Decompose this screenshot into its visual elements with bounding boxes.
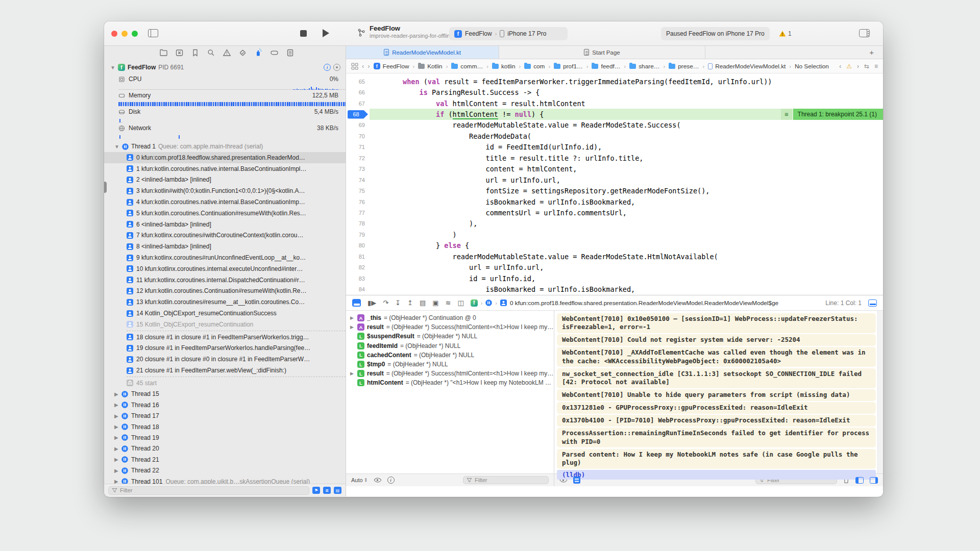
variable-row[interactable]: ▶Lresult= (ObjHeader *) Success(htmlCont… bbox=[346, 369, 554, 378]
close-window-button[interactable] bbox=[111, 31, 117, 37]
prev-issue-icon[interactable]: ‹ bbox=[839, 63, 841, 70]
stack-frame-row[interactable]: 18 closure #1 in closure #1 in FeedItemP… bbox=[104, 332, 346, 343]
variable-row[interactable]: LhtmlContent= (ObjHeader *) "<h1>How I k… bbox=[346, 378, 554, 387]
breadcrumb-item[interactable]: No Selection bbox=[795, 63, 829, 70]
thread-row[interactable]: ▶Thread 16 bbox=[104, 399, 346, 410]
thread-row[interactable]: ▶Thread 15 bbox=[104, 389, 346, 399]
console-message[interactable]: WebContent[7010] Unable to hide query pa… bbox=[557, 389, 876, 401]
stop-button[interactable] bbox=[300, 30, 307, 37]
console-output[interactable]: WebContent[7010] 0x10e050100 – [sessionI… bbox=[554, 311, 883, 473]
step-into-icon[interactable]: ↧ bbox=[395, 299, 401, 307]
line-gutter[interactable]: 73 bbox=[346, 166, 370, 172]
variable-row[interactable]: L$tmp0= (ObjHeader *) NULL bbox=[346, 360, 554, 369]
memory-graph-icon[interactable]: ▣ bbox=[432, 299, 438, 307]
cpu-gauge[interactable]: CPU 0% bbox=[104, 73, 346, 90]
stack-frame-row[interactable]: 8 <inlined-lambda> [inlined] bbox=[104, 241, 346, 252]
console-message[interactable]: WebContent[7010] Could not register syst… bbox=[557, 334, 876, 346]
process-row[interactable]: ▼ f FeedFlow PID 6691 i bbox=[104, 61, 346, 73]
code-line[interactable]: 68 if (htmlContent != null) {≡Thread 1: … bbox=[346, 109, 883, 119]
line-gutter[interactable]: 74 bbox=[346, 177, 370, 183]
stack-frame-row[interactable]: 10 kfun:kotlinx.coroutines.internal.exec… bbox=[104, 263, 346, 274]
disclosure-chevron-icon[interactable]: ▶ bbox=[114, 479, 118, 484]
code-line[interactable]: 81 readerModeMutableState.value = Reader… bbox=[346, 251, 883, 262]
current-frame-label[interactable]: 0 kfun:com.prof18.feedflow.shared.presen… bbox=[510, 299, 778, 307]
console-panel-toggle-icon[interactable] bbox=[870, 477, 878, 484]
breakpoint-annotation[interactable]: ≡Thread 1: breakpoint 25.1 (1) bbox=[781, 109, 883, 119]
code-line[interactable]: 72 title = result.title ?: urlInfo.title… bbox=[346, 153, 883, 163]
show-running-blocks-icon[interactable]: ≣ bbox=[323, 487, 331, 494]
variable-row[interactable]: ▶Aresult= (ObjHeader *) Success(htmlCont… bbox=[346, 322, 554, 332]
menu-icon[interactable]: ≡ bbox=[781, 109, 792, 119]
code-line[interactable]: 71 id = FeedItemId(urlInfo.id), bbox=[346, 142, 883, 153]
stack-frame-row[interactable]: 1 kfun:kotlin.coroutines.native.internal… bbox=[104, 163, 346, 174]
code-line[interactable]: 74 url = urlInfo.url, bbox=[346, 174, 883, 185]
add-tab-button[interactable]: + bbox=[869, 48, 874, 57]
line-gutter[interactable]: 78 bbox=[346, 220, 370, 227]
run-destination[interactable]: iPhone 17 Pro bbox=[507, 30, 546, 37]
stack-frame-row[interactable]: 20 closure #1 in closure #0 in closure #… bbox=[104, 354, 346, 365]
disclosure-chevron-icon[interactable]: ▶ bbox=[114, 468, 118, 473]
line-gutter[interactable]: 77 bbox=[346, 210, 370, 216]
console-message[interactable]: nw_socket_set_connection_idle [C31.1.1:3… bbox=[557, 368, 876, 388]
breakpoint-navigator-icon[interactable] bbox=[175, 48, 184, 57]
line-gutter[interactable]: 65 bbox=[346, 79, 370, 85]
issue-navigator-icon[interactable] bbox=[223, 48, 231, 57]
profile-icon[interactable] bbox=[333, 64, 340, 71]
code-line[interactable]: 80 } else { bbox=[346, 240, 883, 251]
line-gutter[interactable]: 72 bbox=[346, 155, 370, 161]
related-items-icon[interactable] bbox=[351, 63, 358, 70]
source-editor[interactable]: 65 when (val result = feedItemParserWork… bbox=[346, 73, 883, 295]
print-description-icon[interactable]: i bbox=[387, 477, 395, 484]
line-gutter[interactable]: 69 bbox=[346, 122, 370, 128]
disclosure-chevron-icon[interactable]: ▼ bbox=[110, 65, 115, 70]
tab-readermodeviewmodel[interactable]: ReaderModeViewModel.kt bbox=[346, 46, 499, 59]
line-gutter[interactable]: 68 bbox=[346, 110, 370, 119]
line-gutter[interactable]: 66 bbox=[346, 89, 370, 95]
line-gutter[interactable]: 84 bbox=[346, 286, 370, 292]
info-icon[interactable]: i bbox=[324, 64, 331, 71]
variable-row[interactable]: LcachedContent= (ObjHeader *) NULL bbox=[346, 350, 554, 360]
code-line[interactable]: 70 ReaderModeData( bbox=[346, 131, 883, 141]
console-toggle-icon[interactable] bbox=[868, 299, 877, 307]
thread-row[interactable]: ▶Thread 22 bbox=[104, 465, 346, 475]
inspector-toggle-icon[interactable] bbox=[859, 29, 870, 37]
compact-view-icon[interactable]: ▤ bbox=[334, 487, 341, 494]
warning-badge[interactable]: 1 bbox=[779, 30, 792, 37]
scheme-name[interactable]: FeedFlow bbox=[465, 30, 492, 37]
thread-row[interactable]: ▶Thread 17 bbox=[104, 411, 346, 421]
thread-row[interactable]: ▶Thread 20 bbox=[104, 443, 346, 454]
stack-frame-row[interactable]: 7 kfun:kotlinx.coroutines#withCoroutineC… bbox=[104, 230, 346, 241]
disclosure-chevron-icon[interactable]: ▶ bbox=[114, 402, 118, 408]
line-gutter[interactable]: 83 bbox=[346, 276, 370, 282]
continue-execution-icon[interactable]: ▮▶ bbox=[368, 299, 376, 307]
code-review-icon[interactable]: ⇆ bbox=[864, 63, 869, 70]
stack-frame-row[interactable]: 12 kfun:kotlin.coroutines.Continuation#r… bbox=[104, 286, 346, 297]
line-gutter[interactable]: 79 bbox=[346, 232, 370, 238]
disclosure-chevron-icon[interactable]: ▶ bbox=[114, 435, 118, 440]
breadcrumb-item[interactable]: prof1… bbox=[554, 63, 583, 70]
code-line[interactable]: 65 when (val result = feedItemParserWork… bbox=[346, 76, 883, 87]
back-button[interactable]: ‹ bbox=[362, 62, 364, 70]
code-line[interactable]: 82 url = urlInfo.url, bbox=[346, 262, 883, 272]
disclosure-chevron-icon[interactable]: ▶ bbox=[114, 457, 118, 462]
stack-frame-row[interactable]: 11 kfun:kotlinx.coroutines.internal.Disp… bbox=[104, 274, 346, 286]
stack-frame-row[interactable]: 13 kfun:kotlin.coroutines#resume__at__ko… bbox=[104, 296, 346, 308]
run-button[interactable] bbox=[323, 29, 329, 37]
variable-row[interactable]: L$suspendResult= (ObjHeader *) NULL bbox=[346, 332, 554, 341]
minimap-icon[interactable]: ≡ bbox=[874, 63, 878, 70]
memory-gauge[interactable]: Memory 122,5 MB bbox=[104, 90, 346, 106]
breadcrumb-item[interactable]: feedf… bbox=[592, 63, 620, 70]
code-line[interactable]: 84 isBookmarked = urlInfo.isBookmarked, bbox=[346, 284, 883, 294]
breadcrumb-item[interactable]: prese… bbox=[669, 63, 699, 70]
stack-frame-row[interactable]: 5 kfun:kotlin.coroutines.Continuation#re… bbox=[104, 208, 346, 219]
report-navigator-icon[interactable] bbox=[286, 48, 295, 57]
console-mode-icon[interactable] bbox=[573, 477, 580, 484]
breadcrumb-item[interactable]: kotlin bbox=[492, 63, 516, 70]
stack-frame-row[interactable]: 45 start bbox=[104, 378, 346, 389]
sidebar-toggle-icon[interactable] bbox=[148, 29, 158, 37]
memory-navigator-icon[interactable] bbox=[270, 48, 279, 57]
stack-frame-row[interactable]: 9 kfun:kotlinx.coroutines#runUnconfinedE… bbox=[104, 252, 346, 263]
code-line[interactable]: 75 fontSize = settingsRepository.getRead… bbox=[346, 185, 883, 196]
test-navigator-icon[interactable] bbox=[238, 48, 247, 57]
disk-gauge[interactable]: Disk 5,4 MB/s bbox=[104, 106, 346, 122]
